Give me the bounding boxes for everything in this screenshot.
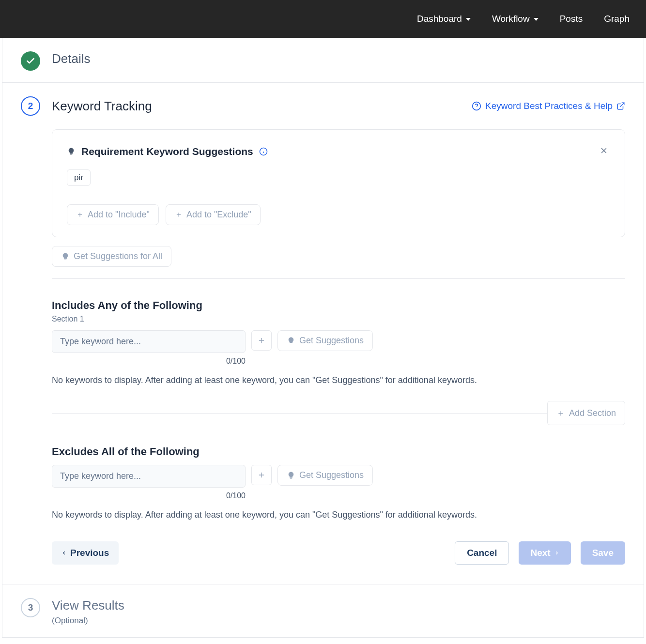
plus-icon (258, 471, 265, 479)
step-number-2-label: 2 (28, 101, 33, 111)
add-section-label: Add Section (569, 408, 616, 418)
step-results-row: 3 View Results (Optional) (2, 584, 644, 637)
suggestion-actions: ＋ Add to "Include" ＋ Add to "Exclude" (67, 204, 610, 225)
step-keyword-title: Keyword Tracking (52, 99, 152, 114)
includes-get-suggestions-label: Get Suggestions (299, 336, 364, 346)
add-to-exclude-button[interactable]: ＋ Add to "Exclude" (166, 204, 261, 225)
add-section-row: ＋ Add Section (52, 401, 625, 425)
plus-icon: ＋ (76, 210, 84, 220)
excludes-counter: 0/100 (52, 491, 246, 500)
chevron-left-icon (62, 550, 66, 556)
chevron-down-icon (534, 18, 538, 21)
includes-counter: 0/100 (52, 357, 246, 366)
excludes-heading: Excludes All of the Following (52, 445, 625, 458)
suggestions-title-label: Requirement Keyword Suggestions (81, 146, 253, 157)
save-button[interactable]: Save (581, 541, 625, 565)
previous-label: Previous (70, 548, 109, 558)
lightbulb-icon (67, 147, 76, 156)
cancel-label: Cancel (467, 548, 497, 558)
next-label: Next (530, 548, 550, 558)
excludes-keyword-input[interactable] (52, 465, 246, 488)
help-link-label: Keyword Best Practices & Help (485, 101, 613, 111)
includes-input-row: 0/100 Get Suggestions (52, 330, 625, 366)
next-button[interactable]: Next (519, 541, 570, 565)
footer-right: Cancel Next Save (455, 541, 625, 565)
plus-icon: ＋ (556, 407, 565, 419)
nav-graph-label: Graph (604, 14, 630, 24)
includes-keyword-input[interactable] (52, 330, 246, 353)
external-link-icon (616, 102, 625, 110)
lightbulb-icon (61, 252, 70, 261)
includes-block: Includes Any of the Following Section 1 … (52, 299, 625, 425)
nav-posts-label: Posts (560, 14, 583, 24)
suggestion-tags: pir (67, 169, 610, 186)
divider (52, 413, 547, 414)
page-body: Details 2 Keyword Tracking Keyword Best … (2, 38, 644, 638)
add-to-include-label: Add to "Include" (88, 210, 150, 220)
nav-posts[interactable]: Posts (560, 14, 583, 24)
add-section-button[interactable]: ＋ Add Section (547, 401, 625, 425)
suggestions-card: Requirement Keyword Suggestions pir ＋ Ad… (52, 129, 625, 237)
lightbulb-icon (287, 337, 295, 345)
step-details-title: Details (52, 51, 90, 66)
help-link[interactable]: Keyword Best Practices & Help (472, 101, 625, 111)
excludes-get-suggestions-button[interactable]: Get Suggestions (277, 465, 373, 486)
step-number-3: 3 (21, 598, 40, 617)
excludes-empty-text: No keywords to display. After adding at … (52, 510, 625, 520)
nav-dashboard[interactable]: Dashboard (417, 14, 471, 24)
get-suggestions-all-button[interactable]: Get Suggestions for All (52, 246, 171, 267)
includes-heading: Includes Any of the Following (52, 299, 625, 312)
nav-workflow-label: Workflow (492, 14, 530, 24)
info-icon (259, 147, 268, 156)
get-suggestions-all-label: Get Suggestions for All (74, 251, 162, 261)
previous-button[interactable]: Previous (52, 541, 119, 565)
add-to-include-button[interactable]: ＋ Add to "Include" (67, 204, 159, 225)
step-check-icon (21, 51, 40, 71)
excludes-add-button[interactable] (251, 465, 272, 485)
cancel-button[interactable]: Cancel (455, 541, 509, 565)
includes-section-label: Section 1 (52, 315, 625, 323)
plus-icon: ＋ (175, 210, 183, 220)
excludes-input-row: 0/100 Get Suggestions (52, 465, 625, 500)
footer-buttons: Previous Cancel Next Save (52, 541, 625, 565)
includes-empty-text: No keywords to display. After adding at … (52, 375, 625, 385)
top-nav: Dashboard Workflow Posts Graph (0, 0, 646, 38)
step-keyword-head: 2 Keyword Tracking Keyword Best Practice… (21, 96, 625, 116)
step-results-sub: (Optional) (52, 616, 124, 626)
close-icon[interactable] (598, 143, 610, 160)
question-icon (472, 101, 481, 111)
excludes-block: Excludes All of the Following 0/100 Get … (52, 445, 625, 520)
nav-workflow[interactable]: Workflow (492, 14, 538, 24)
add-to-exclude-label: Add to "Exclude" (186, 210, 251, 220)
step-number-2: 2 (21, 96, 40, 116)
step-keyword-row: 2 Keyword Tracking Keyword Best Practice… (2, 83, 644, 584)
lightbulb-icon (287, 471, 295, 480)
svg-line-2 (620, 103, 624, 107)
includes-get-suggestions-button[interactable]: Get Suggestions (277, 330, 373, 351)
step-results-title: View Results (52, 598, 124, 613)
suggestions-card-title: Requirement Keyword Suggestions (67, 146, 268, 157)
suggestions-card-head: Requirement Keyword Suggestions (67, 143, 610, 160)
excludes-get-suggestions-label: Get Suggestions (299, 470, 364, 480)
nav-graph[interactable]: Graph (604, 14, 630, 24)
step-details-row: Details (2, 38, 644, 83)
keyword-content: Requirement Keyword Suggestions pir ＋ Ad… (21, 129, 625, 565)
step-number-3-label: 3 (28, 602, 33, 613)
chevron-down-icon (466, 18, 471, 21)
divider (52, 278, 625, 279)
suggestion-tag-pir[interactable]: pir (67, 169, 91, 186)
nav-dashboard-label: Dashboard (417, 14, 462, 24)
chevron-right-icon (554, 550, 559, 556)
includes-add-button[interactable] (251, 330, 272, 351)
save-label: Save (592, 548, 614, 558)
plus-icon (258, 337, 265, 344)
